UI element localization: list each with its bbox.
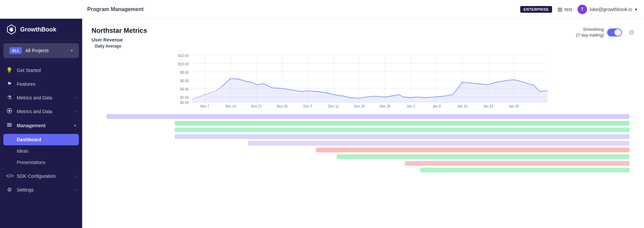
chart-title: Northstar Metrics	[92, 27, 147, 34]
toggle-knob	[614, 29, 621, 36]
svg-text:Dec 5: Dec 5	[304, 104, 313, 108]
gantt-bar	[107, 114, 630, 119]
gantt-section	[107, 114, 630, 174]
header: Program Management ENTERPRISE ▦ test T l…	[0, 0, 644, 19]
sidebar-item-get-started[interactable]: 💡 Get Started	[0, 63, 82, 77]
page-title: Program Management	[87, 6, 144, 12]
svg-rect-6	[7, 125, 12, 125]
workspace-selector[interactable]: ▦ test	[557, 6, 572, 12]
chart-subtitle: User Revenue	[92, 37, 147, 43]
sidebar-item-experiments[interactable]: ⚗ Metrics and Data ›	[0, 91, 82, 104]
svg-text:$10.00: $10.00	[178, 62, 189, 66]
chart-header: Northstar Metrics User Revenue Smoothing…	[92, 27, 635, 44]
svg-text:$8.00: $8.00	[180, 71, 189, 74]
sidebar-item-label: Management	[17, 123, 70, 128]
gear-icon[interactable]: ⚙	[629, 28, 635, 36]
svg-text:Nov 7: Nov 7	[200, 104, 209, 108]
svg-text:Dec 19: Dec 19	[354, 104, 365, 108]
chart-title-group: Northstar Metrics User Revenue	[92, 27, 147, 44]
svg-text:$2.00: $2.00	[180, 96, 189, 99]
chevron-down-icon: ▾	[71, 48, 73, 53]
sidebar-item-sdk-config[interactable]: </> SDK Configuration ›	[0, 169, 82, 183]
gantt-bar	[420, 168, 630, 172]
chart-area: .axis-label { font-size: 11px; fill: #6b…	[92, 51, 635, 113]
chevron-right-icon: ›	[75, 109, 76, 114]
user-menu[interactable]: T luke@growthbook.io ▾	[578, 5, 637, 14]
main-content: Northstar Metrics User Revenue Smoothing…	[82, 19, 644, 228]
gantt-bar	[405, 161, 630, 166]
gantt-bar	[316, 148, 630, 152]
flask-icon: ⚗	[6, 94, 13, 101]
chevron-down-icon: ▾	[635, 7, 637, 12]
sidebar-item-features[interactable]: ⚑ Features	[0, 77, 82, 91]
svg-text:Jan 16: Jan 16	[457, 104, 468, 108]
sidebar-nav: 💡 Get Started ⚑ Features ⚗ Metrics and D…	[0, 61, 82, 199]
svg-text:Dec 26: Dec 26	[380, 104, 391, 108]
logo-icon	[6, 24, 17, 35]
sidebar-item-label: Metrics and Data	[17, 95, 71, 100]
gantt-bar	[248, 141, 630, 146]
chevron-right-icon: ›	[75, 187, 76, 192]
svg-rect-7	[7, 126, 12, 127]
flag-icon: ⚑	[6, 81, 13, 87]
chevron-right-icon: ›	[75, 174, 76, 178]
sidebar-item-ideas[interactable]: Ideas	[0, 145, 82, 157]
sidebar-logo: GrowthBook	[0, 19, 82, 41]
svg-text:Jan 30: Jan 30	[509, 104, 519, 108]
gear-icon: ⚙	[6, 186, 13, 193]
header-right: ENTERPRISE ▦ test T luke@growthbook.io ▾	[520, 5, 637, 14]
svg-text:Nov 14: Nov 14	[225, 104, 236, 108]
chevron-down-icon: ▾	[74, 123, 76, 128]
enterprise-badge: ENTERPRISE	[520, 6, 552, 13]
gantt-bar	[175, 128, 630, 132]
lightbulb-icon: 💡	[6, 67, 13, 73]
svg-text:Jan 2: Jan 2	[407, 104, 415, 108]
gantt-bar	[337, 154, 630, 159]
sidebar-item-dashboard[interactable]: Dashboard	[3, 134, 79, 145]
management-icon	[6, 122, 13, 129]
sidebar-item-management: Management ▾ Dashboard Ideas Presentatio…	[0, 119, 82, 169]
layout: GrowthBook ALL All Projects ▾ 💡 Get Star…	[0, 19, 644, 228]
workspace-name: test	[565, 7, 572, 12]
sidebar-item-label: Settings	[17, 187, 71, 193]
chart-y-label: Daily Average	[92, 44, 635, 49]
chart-icon	[6, 108, 13, 115]
sidebar-item-settings[interactable]: ⚙ Settings ›	[0, 183, 82, 197]
all-projects-label: All Projects	[25, 48, 67, 53]
all-projects-badge: ALL	[9, 47, 22, 54]
chevron-right-icon: ›	[75, 95, 76, 100]
svg-rect-5	[7, 123, 12, 124]
svg-text:Jan 23: Jan 23	[483, 104, 493, 108]
svg-marker-48	[193, 78, 548, 102]
sidebar: GrowthBook ALL All Projects ▾ 💡 Get Star…	[0, 19, 82, 228]
svg-text:$4.00: $4.00	[180, 87, 189, 91]
smoothing-label: Smoothing(7 day trailing)	[576, 27, 604, 38]
svg-text:Dec 12: Dec 12	[328, 104, 339, 108]
sidebar-item-metrics-data[interactable]: Metrics and Data ›	[0, 104, 82, 119]
line-chart: .axis-label { font-size: 11px; fill: #6b…	[92, 51, 635, 113]
svg-text:$0.00: $0.00	[180, 101, 189, 104]
sidebar-item-label: Metrics and Data	[17, 109, 71, 114]
management-header[interactable]: Management ▾	[0, 119, 82, 133]
svg-text:$6.00: $6.00	[180, 79, 189, 83]
chart-container: Northstar Metrics User Revenue Smoothing…	[82, 19, 644, 182]
gantt-bar	[175, 121, 630, 126]
gantt-bar	[175, 134, 630, 139]
user-email: luke@growthbook.io	[590, 7, 632, 12]
sidebar-item-label: Get Started	[17, 68, 76, 73]
svg-text:$12.00: $12.00	[178, 54, 189, 58]
sidebar-item-label: SDK Configuration	[17, 173, 71, 179]
smoothing-control: Smoothing(7 day trailing)	[576, 27, 622, 38]
smoothing-toggle[interactable]	[607, 28, 622, 36]
sidebar-item-presentations[interactable]: Presentations	[0, 157, 82, 168]
svg-point-4	[8, 110, 10, 112]
sidebar-item-label: Features	[17, 81, 76, 87]
svg-text:Nov 28: Nov 28	[277, 104, 288, 108]
workspace-icon: ▦	[557, 6, 562, 12]
svg-text:Jan 9: Jan 9	[432, 104, 441, 108]
all-projects-selector[interactable]: ALL All Projects ▾	[3, 43, 79, 58]
code-icon: </>	[6, 173, 13, 179]
svg-text:Nov 21: Nov 21	[251, 104, 262, 108]
management-sub-nav: Dashboard Ideas Presentations	[0, 133, 82, 169]
avatar: T	[578, 5, 587, 14]
